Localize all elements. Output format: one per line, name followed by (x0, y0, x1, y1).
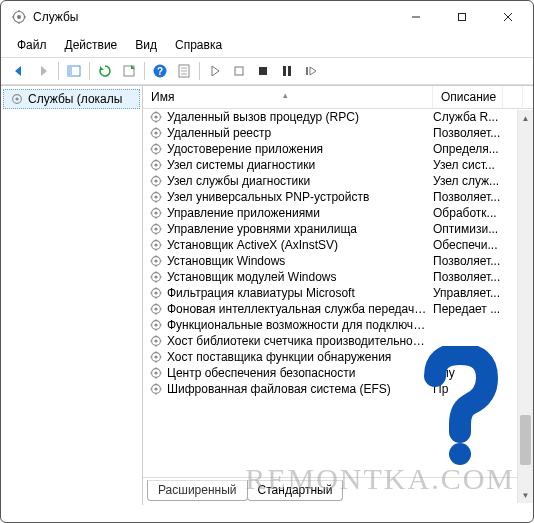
export-button[interactable] (117, 60, 141, 82)
service-row[interactable]: Установщик модулей WindowsПозволяет... (143, 269, 533, 285)
service-row[interactable]: Центр обеспечения безопасностиСлу (143, 365, 533, 381)
toolbar-separator (58, 62, 59, 80)
service-description: Позволяет... (433, 126, 508, 140)
service-row[interactable]: Установщик WindowsПозволяет... (143, 253, 533, 269)
scroll-thumb[interactable] (520, 415, 531, 465)
service-name: Удаленный реестр (167, 126, 271, 140)
svg-point-105 (154, 323, 157, 326)
svg-point-25 (15, 97, 18, 100)
service-gear-icon (149, 158, 163, 172)
service-gear-icon (149, 286, 163, 300)
service-gear-icon (149, 318, 163, 332)
service-row[interactable]: Удостоверение приложенияОпределя... (143, 141, 533, 157)
vertical-scrollbar[interactable]: ▲ ▼ (517, 110, 533, 503)
menu-help[interactable]: Справка (167, 35, 230, 55)
service-gear-icon (149, 334, 163, 348)
close-button[interactable] (485, 2, 531, 32)
svg-point-99 (154, 307, 157, 310)
service-row[interactable]: Хост поставщика функции обнаруженияВ слу… (143, 349, 533, 365)
service-row[interactable]: Фоновая интеллектуальная служба передачи… (143, 301, 533, 317)
menu-action[interactable]: Действие (57, 35, 126, 55)
service-row[interactable]: Узел службы диагностикиУзел служ... (143, 173, 533, 189)
svg-rect-11 (68, 66, 72, 76)
start-service-button[interactable] (203, 60, 227, 82)
service-name: Фоновая интеллектуальная служба передачи… (167, 302, 429, 316)
svg-rect-20 (259, 67, 267, 75)
service-row[interactable]: Хост библиотеки счетчика производительно… (143, 333, 533, 349)
show-hide-tree-button[interactable] (62, 60, 86, 82)
service-description: Позволяет... (433, 190, 508, 204)
tab-extended[interactable]: Расширенный (147, 480, 248, 501)
service-gear-icon (149, 350, 163, 364)
svg-point-129 (154, 387, 157, 390)
service-name: Центр обеспечения безопасности (167, 366, 356, 380)
services-icon (10, 92, 24, 106)
help-button[interactable]: ? (148, 60, 172, 82)
service-row[interactable]: Управление уровнями хранилищаОптимизи... (143, 221, 533, 237)
service-description: Узел служ... (433, 174, 508, 188)
service-description: Позволяет... (433, 254, 508, 268)
service-gear-icon (149, 366, 163, 380)
toolbar-separator (89, 62, 90, 80)
back-button[interactable] (7, 60, 31, 82)
service-row[interactable]: Узел системы диагностикиУзел сист... (143, 157, 533, 173)
svg-point-39 (154, 147, 157, 150)
column-description[interactable]: Описание (433, 86, 503, 108)
forward-button[interactable] (31, 60, 55, 82)
scroll-track[interactable] (518, 126, 533, 487)
tab-standard[interactable]: Стандартный (247, 480, 344, 501)
service-row[interactable]: Установщик ActiveX (AxInstSV)Обеспечи... (143, 237, 533, 253)
svg-point-63 (154, 211, 157, 214)
service-name: Установщик ActiveX (AxInstSV) (167, 238, 338, 252)
scroll-down-button[interactable]: ▼ (518, 487, 533, 503)
service-description: Слу (433, 366, 508, 380)
svg-point-27 (154, 115, 157, 118)
column-other[interactable] (503, 86, 523, 108)
service-gear-icon (149, 110, 163, 124)
menu-view[interactable]: Вид (127, 35, 165, 55)
restart-service-button[interactable] (299, 60, 323, 82)
service-description: Обеспечи... (433, 238, 508, 252)
service-row[interactable]: Управление приложениямиОбработк... (143, 205, 533, 221)
menu-file[interactable]: Файл (9, 35, 55, 55)
service-description: Оптимизи... (433, 222, 508, 236)
maximize-button[interactable] (439, 2, 485, 32)
service-description: Узел сист... (433, 158, 508, 172)
service-name: Фильтрация клавиатуры Microsoft (167, 286, 355, 300)
svg-point-33 (154, 131, 157, 134)
minimize-button[interactable] (393, 2, 439, 32)
svg-point-117 (154, 355, 157, 358)
pause-service-button[interactable] (275, 60, 299, 82)
service-gear-icon (149, 238, 163, 252)
service-description: В служб (433, 350, 508, 364)
stop-service-button[interactable] (227, 60, 251, 82)
service-name: Функциональные возможности для подключен… (167, 318, 429, 332)
service-row[interactable]: Фильтрация клавиатуры MicrosoftУправляет… (143, 285, 533, 301)
service-row[interactable]: Функциональные возможности для подключен… (143, 317, 533, 333)
refresh-button[interactable] (93, 60, 117, 82)
scroll-up-button[interactable]: ▲ (518, 110, 533, 126)
svg-point-81 (154, 259, 157, 262)
service-description: Обработк... (433, 206, 508, 220)
list-pane: Имя ▴ Описание Удаленный вызов процедур … (143, 86, 533, 505)
service-name: Узел службы диагностики (167, 174, 310, 188)
svg-rect-7 (459, 14, 466, 21)
service-gear-icon (149, 174, 163, 188)
service-gear-icon (149, 206, 163, 220)
titlebar: Службы (1, 1, 533, 33)
column-header-row: Имя ▴ Описание (143, 86, 533, 109)
stop-service-solid-button[interactable] (251, 60, 275, 82)
service-row[interactable]: Шифрованная файловая система (EFS)Пр (143, 381, 533, 397)
properties-button[interactable] (172, 60, 196, 82)
service-row[interactable]: Удаленный вызов процедур (RPC)Служба R..… (143, 109, 533, 125)
service-gear-icon (149, 270, 163, 284)
service-name: Узел системы диагностики (167, 158, 315, 172)
service-gear-icon (149, 222, 163, 236)
service-row[interactable]: Узел универсальных PNP-устройствПозволяе… (143, 189, 533, 205)
tree-root-services[interactable]: Службы (локалы (3, 89, 140, 109)
column-name[interactable]: Имя (143, 86, 433, 108)
services-list: Удаленный вызов процедур (RPC)Служба R..… (143, 109, 533, 477)
service-row[interactable]: Удаленный реестрПозволяет... (143, 125, 533, 141)
svg-point-93 (154, 291, 157, 294)
svg-point-51 (154, 179, 157, 182)
